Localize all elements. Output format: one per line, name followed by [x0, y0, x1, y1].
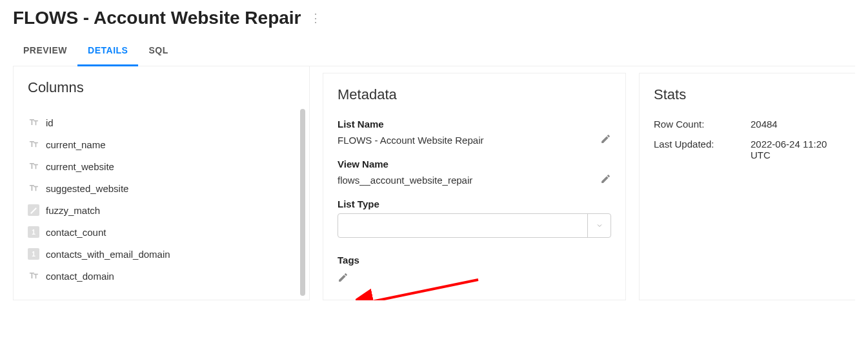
column-name: contact_count — [46, 227, 106, 238]
column-item[interactable]: 1 contacts_with_email_domain — [28, 243, 295, 265]
text-type-icon: Tᴛ — [28, 117, 39, 128]
column-item[interactable]: Tᴛ contact_domain — [28, 265, 295, 287]
column-item[interactable]: Tᴛ suggested_website — [28, 177, 295, 199]
number-type-icon: 1 — [28, 226, 39, 238]
column-item[interactable]: Tᴛ id — [28, 111, 295, 133]
column-name: id — [46, 117, 54, 128]
column-name: contact_domain — [46, 271, 114, 282]
list-name-label: List Name — [338, 119, 611, 130]
metadata-panel: Metadata List Name FLOWS - Account Websi… — [323, 73, 626, 300]
chevron-down-icon — [587, 214, 611, 237]
stats-heading: Stats — [654, 86, 841, 103]
list-type-label: List Type — [338, 199, 611, 209]
tab-sql[interactable]: SQL — [138, 39, 178, 66]
fuzzy-type-icon — [28, 204, 39, 216]
columns-heading: Columns — [28, 79, 295, 96]
tab-preview[interactable]: PREVIEW — [13, 39, 77, 66]
more-options-icon[interactable]: ⋮ — [307, 10, 324, 26]
list-type-value — [338, 214, 587, 237]
view-name-label: View Name — [338, 159, 611, 170]
list-type-select[interactable] — [338, 213, 611, 238]
edit-list-name-icon[interactable] — [600, 133, 611, 147]
stats-panel: Stats Row Count: 20484 Last Updated: 202… — [639, 73, 855, 300]
text-type-icon: Tᴛ — [28, 160, 39, 172]
scrollbar[interactable] — [300, 109, 305, 296]
column-name: suggested_website — [46, 183, 128, 194]
tab-details[interactable]: DETAILS — [77, 39, 138, 66]
column-item[interactable]: 1 contact_count — [28, 221, 295, 243]
column-item[interactable]: Tᴛ current_name — [28, 133, 295, 155]
column-name: fuzzy_match — [46, 205, 100, 216]
tags-label: Tags — [338, 255, 611, 266]
text-type-icon: Tᴛ — [28, 270, 39, 282]
view-name-value: flows__account_website_repair — [338, 175, 472, 186]
last-updated-label: Last Updated: — [654, 139, 751, 160]
row-count-label: Row Count: — [654, 119, 751, 130]
column-name: current_name — [46, 139, 106, 150]
metadata-heading: Metadata — [338, 86, 611, 103]
column-name: current_website — [46, 161, 114, 172]
page-title: FLOWS - Account Website Repair — [13, 8, 301, 28]
columns-panel: Columns Tᴛ id Tᴛ current_name Tᴛ current… — [13, 66, 310, 300]
row-count-value: 20484 — [751, 119, 841, 130]
column-item[interactable]: fuzzy_match — [28, 199, 295, 221]
edit-tags-icon[interactable] — [338, 274, 348, 285]
last-updated-value: 2022-06-24 11:20 UTC — [751, 139, 841, 160]
edit-view-name-icon[interactable] — [600, 173, 611, 187]
column-name: contacts_with_email_domain — [46, 249, 170, 260]
text-type-icon: Tᴛ — [28, 182, 39, 194]
column-item[interactable]: Tᴛ current_website — [28, 155, 295, 177]
number-type-icon: 1 — [28, 248, 39, 260]
list-name-value: FLOWS - Account Website Repair — [338, 135, 483, 146]
tabs: PREVIEW DETAILS SQL — [13, 39, 855, 66]
columns-list: Tᴛ id Tᴛ current_name Tᴛ current_website… — [28, 111, 295, 287]
text-type-icon: Tᴛ — [28, 139, 39, 150]
